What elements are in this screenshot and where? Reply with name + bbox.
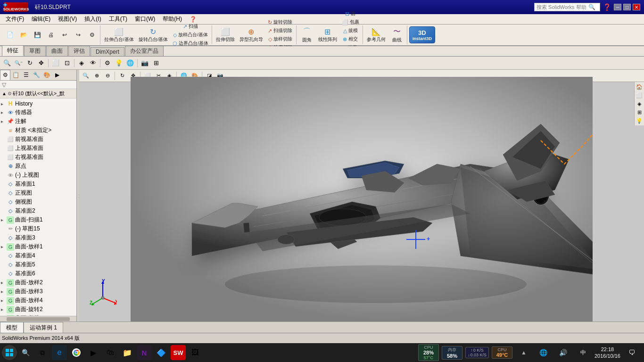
tree-item-sideview[interactable]: ◇ 侧视图 [0, 197, 76, 206]
tray-expand-icon[interactable]: ▲ [516, 345, 531, 360]
help-icon[interactable]: ❓ [603, 3, 611, 11]
menu-item-view[interactable]: 视图(V) [54, 14, 81, 24]
lp-tab-display[interactable]: 🎨 [41, 70, 52, 80]
system-clock[interactable]: 22:18 2016/10/16 [594, 346, 620, 360]
vpr-display-icon[interactable]: ◈ [636, 100, 643, 107]
draft-btn[interactable]: △拔模 [340, 27, 361, 35]
tree-item-frontview[interactable]: ◇ 正视图 [0, 189, 76, 197]
zoom-in-icon[interactable]: 🔍 [2, 58, 12, 68]
tree-item-sketch15[interactable]: ✏ (-) 草图15 [0, 224, 76, 233]
taskbar-store[interactable]: 🛍 [103, 345, 118, 360]
taskbar-search[interactable]: 🔍 [18, 345, 33, 360]
taskbar-edge[interactable]: e [52, 345, 67, 360]
tree-item-plane5[interactable]: ◇ 基准面5 [0, 260, 76, 269]
status-tab-model[interactable]: 模型 [0, 322, 24, 333]
ref-geometry-btn[interactable]: 📐 参考几何 [365, 26, 388, 43]
rotate-icon[interactable]: ↻ [25, 58, 35, 68]
expand-icon[interactable]: ▸ [1, 244, 7, 249]
tree-item-surf-loft1[interactable]: ▸ G 曲面-放样1 [0, 242, 76, 251]
cpu2-perf-box[interactable]: CPU 49°C [492, 346, 512, 359]
tree-item-surf-sweep1[interactable]: ▸ G 曲面-扫描1 [0, 215, 76, 224]
tree-item-front-plane[interactable]: ⬜ 前视基准面 [0, 135, 76, 144]
curves-btn[interactable]: 〜 曲线 [388, 26, 405, 43]
undo-btn[interactable]: ↩ [58, 26, 71, 43]
wrap-btn[interactable]: ⬜包裹 [340, 18, 361, 26]
status-tab-motion[interactable]: 运动算例 1 [24, 322, 63, 333]
tree-item-surf-revolve2[interactable]: ▸ G 曲面-旋转2 [0, 305, 76, 314]
lp-tab-custom[interactable]: 🔧 [31, 70, 41, 80]
save-btn[interactable]: 💾 [31, 26, 44, 43]
tree-horizontal-scrollbar[interactable] [0, 316, 76, 321]
tab-sketch[interactable]: 草图 [24, 46, 46, 56]
tree-item-origin[interactable]: ⊕ 原点 [0, 162, 76, 171]
tree-item-top-plane[interactable]: ⬜ 上视基准面 [0, 144, 76, 153]
maximize-button[interactable]: □ [623, 4, 631, 10]
search-input[interactable] [537, 4, 588, 10]
vpr-view-icon[interactable]: ⬜ [636, 91, 643, 99]
menu-item-file[interactable]: 文件(F) [2, 14, 28, 24]
taskbar-unknown[interactable]: 🔷 [154, 345, 169, 360]
tree-item-sensors[interactable]: ▸ 👁 传感器 [0, 108, 76, 117]
net-perf-box[interactable]: ↑ 0 K/S ↓ 0.03 K/S [465, 347, 489, 358]
notification-center-icon[interactable]: 🗨 [624, 345, 639, 360]
rib-btn[interactable]: ⊟筋 [340, 10, 361, 18]
tree-item-plane3[interactable]: ◇ 基准面3 [0, 233, 76, 242]
menu-item-window[interactable]: 窗口(W) [131, 14, 159, 24]
tree-item-plane4[interactable]: ◇ 基准面4 [0, 251, 76, 260]
print-btn[interactable]: 🖨 [44, 26, 58, 43]
expand-icon[interactable]: ▸ [1, 307, 7, 312]
tree-item-right-plane[interactable]: ⬜ 右视基准面 [0, 153, 76, 162]
options-btn[interactable]: ⚙ [85, 26, 99, 43]
loft-cut-btn[interactable]: ◇放样切除 [266, 35, 295, 43]
camera-icon[interactable]: 📷 [140, 58, 150, 68]
taskbar-chrome[interactable] [69, 345, 84, 360]
tray-lang-icon[interactable]: 中 [576, 345, 591, 360]
expand-icon[interactable]: ▸ [1, 119, 7, 124]
tree-item-surf-loft4[interactable]: ▸ G 曲面-放样4 [0, 296, 76, 305]
tab-office[interactable]: 办公室产品 [125, 46, 164, 56]
expand-icon[interactable]: ▸ [1, 101, 7, 107]
taskbar-explorer[interactable]: 📁 [120, 345, 135, 360]
expand-icon[interactable]: ▸ [1, 217, 7, 222]
section-view-icon[interactable]: ⊞ [151, 58, 161, 68]
vp-zoomin-btn[interactable]: ⊕ [92, 71, 101, 81]
tray-volume-icon[interactable]: 🔊 [556, 345, 571, 360]
view-settings-icon[interactable]: ⚙ [102, 58, 113, 68]
feature-tree[interactable]: ▸ H History ▸ 👁 传感器 ▸ 📌 注解 [0, 99, 76, 316]
menu-item-insert[interactable]: 插入(I) [81, 14, 105, 24]
tab-surface[interactable]: 曲面 [46, 46, 68, 56]
zoom-out-icon[interactable]: 🔍⁻ [13, 58, 24, 68]
vp-zoomout-btn[interactable]: ⊖ [103, 71, 112, 81]
zoom-fit-icon[interactable]: ⊡ [62, 58, 72, 68]
instant3d-button[interactable]: 3D Instant3D [409, 26, 435, 43]
tree-expand-icon[interactable]: ▲ [2, 91, 7, 96]
new-btn[interactable]: 📄 [3, 26, 17, 43]
scroll-thumb[interactable] [7, 317, 70, 321]
extrude-boss-btn[interactable]: ⬜ 拉伸凸台/基体 [102, 26, 136, 43]
tray-network-icon[interactable]: 🌐 [536, 345, 551, 360]
vpr-section-icon[interactable]: ⊞ [636, 108, 643, 116]
minimize-button[interactable]: ─ [614, 4, 621, 10]
taskbar-onenote[interactable]: N [137, 345, 152, 360]
pattern-btn[interactable]: ⊞ 线性阵列 [316, 26, 339, 43]
vpr-house-icon[interactable]: 🏠 [636, 83, 643, 90]
help-search[interactable]: 🔍 [534, 3, 600, 11]
tab-features[interactable]: 特征 [2, 45, 24, 56]
vpr-render-icon[interactable]: 💡 [636, 117, 643, 124]
scene-icon[interactable]: 🌐 [125, 58, 135, 68]
tree-item-surf-loft3[interactable]: ▸ G 曲面-放样3 [0, 287, 76, 296]
fillet-btn[interactable]: ⌒ 圆角 [298, 26, 315, 43]
lp-tab-more[interactable]: ▶ [52, 70, 62, 80]
tree-item-plane6[interactable]: ◇ 基准面6 [0, 269, 76, 278]
expand-icon[interactable]: ▸ [1, 298, 7, 303]
hide-show-icon[interactable]: 👁 [88, 58, 98, 68]
open-btn[interactable]: 📂 [17, 26, 30, 43]
lp-tab-property[interactable]: 📋 [10, 70, 21, 80]
pan-icon[interactable]: ✥ [36, 58, 46, 68]
taskbar-mediaplayer[interactable]: ▶ [86, 345, 101, 360]
display-style-icon[interactable]: ◈ [76, 58, 87, 68]
lp-tab-feature[interactable]: ⚙ [0, 70, 10, 80]
taskbar-photos[interactable]: 🖼 [188, 345, 203, 360]
lp-tab-config[interactable]: ☰ [21, 70, 31, 80]
tree-item-plane1[interactable]: ◇ 基准面1 [0, 180, 76, 189]
